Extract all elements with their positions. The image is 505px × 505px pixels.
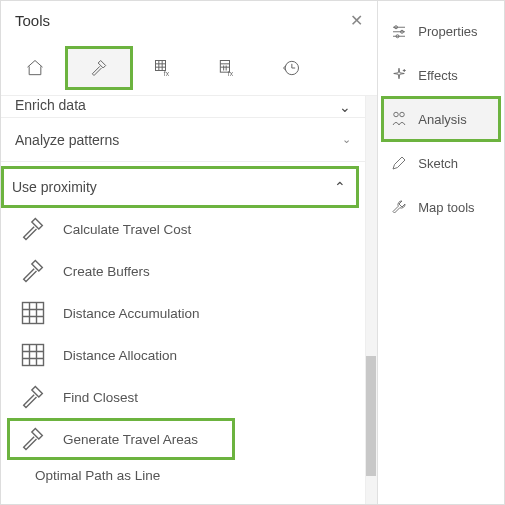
grid-icon [19,341,47,369]
tool-label: Distance Allocation [63,348,177,363]
right-sketch[interactable]: Sketch [378,141,504,185]
chevron-up-icon: ⌃ [334,179,346,195]
right-item-label: Sketch [418,156,458,171]
category-enrich-data[interactable]: Enrich data ⌄ [1,96,365,118]
scrollbar-thumb[interactable] [366,356,376,476]
hammer-icon [19,383,47,411]
category-label: Enrich data [15,97,86,113]
tool-label: Calculate Travel Cost [63,222,191,237]
hammer-icon [89,58,109,78]
svg-text:fx: fx [228,70,234,77]
right-effects[interactable]: Effects [378,53,504,97]
tab-tools[interactable] [67,48,131,88]
category-analyze-patterns[interactable]: Analyze patterns ⌄ [1,118,365,162]
tool-label: Generate Travel Areas [63,432,198,447]
home-icon [25,58,45,78]
sliders-icon [390,22,408,40]
tab-raster-fx[interactable]: fx [131,48,195,88]
tool-label: Optimal Path as Line [35,468,160,483]
category-use-proximity[interactable]: Use proximity ⌃ [1,166,359,208]
grid-icon [19,299,47,327]
hammer-icon [19,215,47,243]
right-properties[interactable]: Properties [378,9,504,53]
right-toolbar: Properties Effects Analysis Sketch Map t… [378,1,504,504]
chevron-down-icon: ⌄ [342,133,351,146]
tool-find-closest[interactable]: Find Closest [1,376,365,418]
right-analysis[interactable]: Analysis [382,97,500,141]
tool-label: Create Buffers [63,264,150,279]
right-item-label: Map tools [418,200,474,215]
tool-distance-accumulation[interactable]: Distance Accumulation [1,292,365,334]
tab-bar: fx fx [1,40,377,96]
wrench-icon [390,198,408,216]
tab-home[interactable] [3,48,67,88]
right-map-tools[interactable]: Map tools [378,185,504,229]
grid-fx-icon: fx [153,58,173,78]
tool-optimal-path-as-line[interactable]: Optimal Path as Line [1,460,365,490]
svg-rect-5 [23,303,44,324]
tool-create-buffers[interactable]: Create Buffers [1,250,365,292]
tool-label: Find Closest [63,390,138,405]
hammer-icon [19,257,47,285]
svg-rect-0 [156,61,166,71]
tool-label: Distance Accumulation [63,306,200,321]
category-label: Analyze patterns [15,132,119,148]
svg-text:fx: fx [164,70,170,77]
right-item-label: Effects [418,68,458,83]
pencil-icon [390,154,408,172]
calc-fx-icon: fx [217,58,237,78]
page-title: Tools [15,12,50,29]
right-item-label: Analysis [418,112,466,127]
svg-point-11 [394,112,399,117]
tab-calc-fx[interactable]: fx [195,48,259,88]
category-label: Use proximity [12,179,97,195]
close-icon[interactable]: ✕ [350,11,363,30]
scrollbar[interactable] [365,96,377,504]
tool-distance-allocation[interactable]: Distance Allocation [1,334,365,376]
svg-rect-6 [23,345,44,366]
tool-calculate-travel-cost[interactable]: Calculate Travel Cost [1,208,365,250]
sparkle-icon [390,66,408,84]
hammer-icon [19,425,47,453]
tab-history[interactable] [259,48,323,88]
svg-point-12 [400,112,405,117]
chevron-down-icon: ⌄ [339,99,351,115]
tool-generate-travel-areas[interactable]: Generate Travel Areas [7,418,235,460]
history-icon [281,58,301,78]
right-item-label: Properties [418,24,477,39]
analysis-icon [390,110,408,128]
